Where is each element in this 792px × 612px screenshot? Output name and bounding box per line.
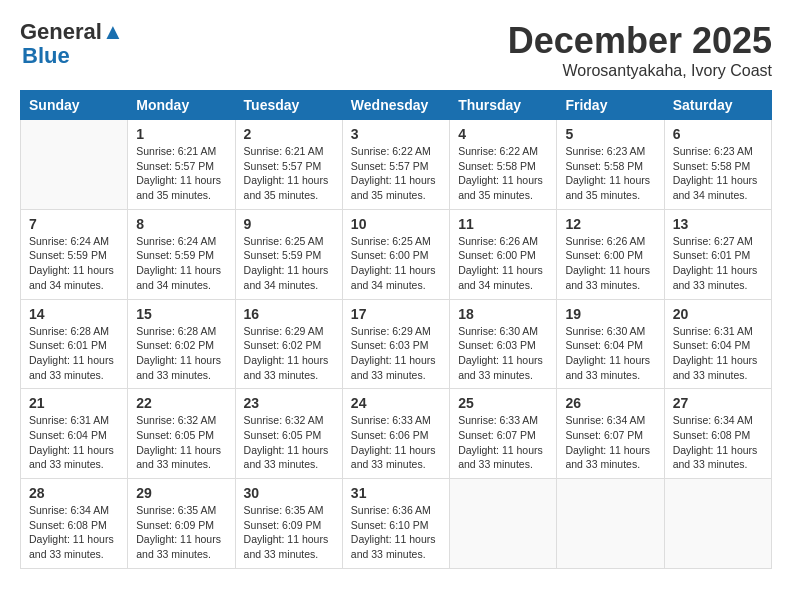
day-number: 22: [136, 395, 226, 411]
daylight-text: Daylight: 11 hours and 35 minutes.: [351, 173, 441, 202]
day-info: Sunrise: 6:28 AM Sunset: 6:01 PM Dayligh…: [29, 324, 119, 383]
day-number: 1: [136, 126, 226, 142]
day-info: Sunrise: 6:25 AM Sunset: 5:59 PM Dayligh…: [244, 234, 334, 293]
page-header: General▲ Blue December 2025 Worosantyaka…: [20, 20, 772, 80]
day-number: 24: [351, 395, 441, 411]
sunset-text: Sunset: 6:02 PM: [244, 338, 334, 353]
logo-text: General▲: [20, 20, 124, 44]
day-info: Sunrise: 6:22 AM Sunset: 5:58 PM Dayligh…: [458, 144, 548, 203]
day-info: Sunrise: 6:28 AM Sunset: 6:02 PM Dayligh…: [136, 324, 226, 383]
sunset-text: Sunset: 5:58 PM: [565, 159, 655, 174]
day-number: 26: [565, 395, 655, 411]
day-number: 27: [673, 395, 763, 411]
table-row: 25 Sunrise: 6:33 AM Sunset: 6:07 PM Dayl…: [450, 389, 557, 479]
calendar-week-1: 1 Sunrise: 6:21 AM Sunset: 5:57 PM Dayli…: [21, 120, 772, 210]
sunrise-text: Sunrise: 6:31 AM: [29, 413, 119, 428]
daylight-text: Daylight: 11 hours and 33 minutes.: [29, 443, 119, 472]
sunrise-text: Sunrise: 6:35 AM: [136, 503, 226, 518]
daylight-text: Daylight: 11 hours and 33 minutes.: [29, 532, 119, 561]
table-row: 1 Sunrise: 6:21 AM Sunset: 5:57 PM Dayli…: [128, 120, 235, 210]
day-info: Sunrise: 6:33 AM Sunset: 6:06 PM Dayligh…: [351, 413, 441, 472]
table-row: 22 Sunrise: 6:32 AM Sunset: 6:05 PM Dayl…: [128, 389, 235, 479]
day-info: Sunrise: 6:26 AM Sunset: 6:00 PM Dayligh…: [458, 234, 548, 293]
daylight-text: Daylight: 11 hours and 34 minutes.: [458, 263, 548, 292]
header-wednesday: Wednesday: [342, 91, 449, 120]
daylight-text: Daylight: 11 hours and 35 minutes.: [565, 173, 655, 202]
table-row: 21 Sunrise: 6:31 AM Sunset: 6:04 PM Dayl…: [21, 389, 128, 479]
table-row: 6 Sunrise: 6:23 AM Sunset: 5:58 PM Dayli…: [664, 120, 771, 210]
header-sunday: Sunday: [21, 91, 128, 120]
calendar-table: Sunday Monday Tuesday Wednesday Thursday…: [20, 90, 772, 569]
sunrise-text: Sunrise: 6:22 AM: [458, 144, 548, 159]
day-info: Sunrise: 6:26 AM Sunset: 6:00 PM Dayligh…: [565, 234, 655, 293]
sunrise-text: Sunrise: 6:26 AM: [458, 234, 548, 249]
daylight-text: Daylight: 11 hours and 33 minutes.: [351, 443, 441, 472]
sunrise-text: Sunrise: 6:28 AM: [29, 324, 119, 339]
day-number: 6: [673, 126, 763, 142]
day-info: Sunrise: 6:31 AM Sunset: 6:04 PM Dayligh…: [29, 413, 119, 472]
daylight-text: Daylight: 11 hours and 33 minutes.: [351, 532, 441, 561]
table-row: 27 Sunrise: 6:34 AM Sunset: 6:08 PM Dayl…: [664, 389, 771, 479]
daylight-text: Daylight: 11 hours and 33 minutes.: [565, 443, 655, 472]
day-number: 28: [29, 485, 119, 501]
table-row: 9 Sunrise: 6:25 AM Sunset: 5:59 PM Dayli…: [235, 209, 342, 299]
header-thursday: Thursday: [450, 91, 557, 120]
sunrise-text: Sunrise: 6:25 AM: [351, 234, 441, 249]
sunset-text: Sunset: 5:59 PM: [29, 248, 119, 263]
day-number: 14: [29, 306, 119, 322]
day-info: Sunrise: 6:30 AM Sunset: 6:03 PM Dayligh…: [458, 324, 548, 383]
table-row: [21, 120, 128, 210]
table-row: 5 Sunrise: 6:23 AM Sunset: 5:58 PM Dayli…: [557, 120, 664, 210]
table-row: 11 Sunrise: 6:26 AM Sunset: 6:00 PM Dayl…: [450, 209, 557, 299]
table-row: 15 Sunrise: 6:28 AM Sunset: 6:02 PM Dayl…: [128, 299, 235, 389]
sunrise-text: Sunrise: 6:24 AM: [136, 234, 226, 249]
sunrise-text: Sunrise: 6:34 AM: [29, 503, 119, 518]
sunset-text: Sunset: 5:59 PM: [244, 248, 334, 263]
sunrise-text: Sunrise: 6:23 AM: [565, 144, 655, 159]
table-row: [664, 479, 771, 569]
daylight-text: Daylight: 11 hours and 33 minutes.: [673, 263, 763, 292]
day-number: 15: [136, 306, 226, 322]
header-friday: Friday: [557, 91, 664, 120]
title-area: December 2025 Worosantyakaha, Ivory Coas…: [508, 20, 772, 80]
sunset-text: Sunset: 6:01 PM: [29, 338, 119, 353]
day-number: 7: [29, 216, 119, 232]
table-row: 28 Sunrise: 6:34 AM Sunset: 6:08 PM Dayl…: [21, 479, 128, 569]
sunrise-text: Sunrise: 6:21 AM: [244, 144, 334, 159]
table-row: 7 Sunrise: 6:24 AM Sunset: 5:59 PM Dayli…: [21, 209, 128, 299]
sunset-text: Sunset: 6:07 PM: [565, 428, 655, 443]
sunset-text: Sunset: 5:58 PM: [458, 159, 548, 174]
table-row: 13 Sunrise: 6:27 AM Sunset: 6:01 PM Dayl…: [664, 209, 771, 299]
day-info: Sunrise: 6:23 AM Sunset: 5:58 PM Dayligh…: [673, 144, 763, 203]
table-row: 31 Sunrise: 6:36 AM Sunset: 6:10 PM Dayl…: [342, 479, 449, 569]
day-info: Sunrise: 6:24 AM Sunset: 5:59 PM Dayligh…: [136, 234, 226, 293]
location-title: Worosantyakaha, Ivory Coast: [508, 62, 772, 80]
sunset-text: Sunset: 6:04 PM: [29, 428, 119, 443]
day-number: 23: [244, 395, 334, 411]
daylight-text: Daylight: 11 hours and 33 minutes.: [673, 353, 763, 382]
day-info: Sunrise: 6:29 AM Sunset: 6:03 PM Dayligh…: [351, 324, 441, 383]
table-row: [557, 479, 664, 569]
sunset-text: Sunset: 6:03 PM: [458, 338, 548, 353]
day-number: 3: [351, 126, 441, 142]
sunset-text: Sunset: 6:01 PM: [673, 248, 763, 263]
header-tuesday: Tuesday: [235, 91, 342, 120]
sunrise-text: Sunrise: 6:34 AM: [565, 413, 655, 428]
daylight-text: Daylight: 11 hours and 35 minutes.: [136, 173, 226, 202]
table-row: 24 Sunrise: 6:33 AM Sunset: 6:06 PM Dayl…: [342, 389, 449, 479]
sunset-text: Sunset: 6:02 PM: [136, 338, 226, 353]
table-row: 29 Sunrise: 6:35 AM Sunset: 6:09 PM Dayl…: [128, 479, 235, 569]
table-row: 14 Sunrise: 6:28 AM Sunset: 6:01 PM Dayl…: [21, 299, 128, 389]
sunrise-text: Sunrise: 6:33 AM: [351, 413, 441, 428]
day-info: Sunrise: 6:34 AM Sunset: 6:08 PM Dayligh…: [673, 413, 763, 472]
table-row: 2 Sunrise: 6:21 AM Sunset: 5:57 PM Dayli…: [235, 120, 342, 210]
sunrise-text: Sunrise: 6:22 AM: [351, 144, 441, 159]
daylight-text: Daylight: 11 hours and 34 minutes.: [673, 173, 763, 202]
daylight-text: Daylight: 11 hours and 33 minutes.: [29, 353, 119, 382]
day-info: Sunrise: 6:35 AM Sunset: 6:09 PM Dayligh…: [136, 503, 226, 562]
day-info: Sunrise: 6:32 AM Sunset: 6:05 PM Dayligh…: [244, 413, 334, 472]
sunrise-text: Sunrise: 6:26 AM: [565, 234, 655, 249]
logo: General▲ Blue: [20, 20, 124, 68]
sunrise-text: Sunrise: 6:33 AM: [458, 413, 548, 428]
daylight-text: Daylight: 11 hours and 33 minutes.: [136, 353, 226, 382]
